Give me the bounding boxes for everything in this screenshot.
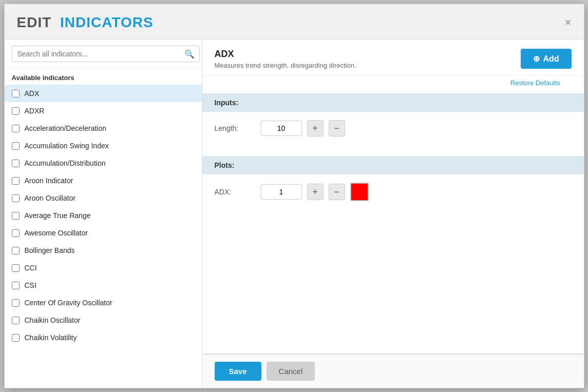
search-container: 🔍	[5, 40, 202, 69]
length-decrement-button[interactable]: −	[329, 120, 345, 136]
indicator-name: Acceleration/Deceleration	[25, 124, 107, 132]
indicator-checkbox[interactable]	[12, 177, 20, 185]
list-item[interactable]: ADXR	[5, 102, 202, 120]
indicator-checkbox[interactable]	[12, 317, 20, 324]
indicator-checkbox[interactable]	[12, 264, 20, 272]
list-item[interactable]: Aroon Indicator	[5, 172, 202, 189]
list-item[interactable]: Awesome Oscillator	[5, 224, 202, 242]
title-edit: EDIT	[17, 14, 52, 30]
title-indicators: INDICATORS	[60, 14, 154, 30]
indicator-name: ADX	[25, 89, 40, 97]
indicator-name: ADXR	[25, 107, 45, 115]
search-input[interactable]	[12, 46, 200, 62]
indicator-name: Aroon Oscillator	[25, 194, 76, 202]
search-icon: 🔍	[184, 50, 195, 58]
indicator-checkbox[interactable]	[12, 107, 20, 115]
inputs-section-header: Inputs:	[202, 93, 584, 112]
list-item[interactable]: Chaikin Oscillator	[5, 311, 202, 329]
plots-section-header: Plots:	[202, 156, 584, 174]
indicator-desc: Measures trend strength, disregarding di…	[215, 62, 356, 69]
adx-field-row: ADX: + −	[215, 183, 572, 201]
modal-body: 🔍 Available indicators ADXADXRAccelerati…	[5, 40, 584, 388]
left-panel: 🔍 Available indicators ADXADXRAccelerati…	[5, 40, 202, 388]
list-item[interactable]: Chaikin Volatility	[5, 329, 202, 346]
available-label: Available indicators	[5, 69, 202, 85]
adx-color-swatch[interactable]	[350, 183, 369, 201]
right-panel: ADX Measures trend strength, disregardin…	[202, 40, 584, 388]
right-content: Inputs: Length: + − Plots: ADX: +	[202, 88, 584, 354]
plots-section-content: ADX: + −	[202, 174, 584, 215]
indicator-name: Center Of Gravity Oscillator	[25, 299, 112, 307]
close-button[interactable]: ×	[565, 17, 572, 28]
indicator-name: CCI	[25, 264, 37, 272]
right-header: ADX Measures trend strength, disregardin…	[202, 40, 584, 76]
indicator-checkbox[interactable]	[12, 90, 20, 97]
indicator-checkbox[interactable]	[12, 125, 20, 132]
indicator-name: Aroon Indicator	[25, 177, 73, 185]
list-item[interactable]: Accumulation/Distribution	[5, 154, 202, 172]
indicator-name: CSI	[25, 281, 36, 289]
indicator-checkbox[interactable]	[12, 194, 20, 202]
list-item[interactable]: Aroon Oscillator	[5, 189, 202, 207]
length-label: Length:	[215, 124, 256, 132]
adx-decrement-button[interactable]: −	[329, 184, 345, 200]
indicators-list: ADXADXRAcceleration/DecelerationAccumula…	[5, 85, 202, 388]
modal-header: EDIT INDICATORS ×	[5, 4, 584, 40]
indicator-checkbox[interactable]	[12, 142, 20, 150]
save-button[interactable]: Save	[215, 362, 261, 381]
indicator-name: Awesome Oscillator	[25, 229, 88, 237]
modal-title: EDIT INDICATORS	[17, 14, 154, 31]
cancel-button[interactable]: Cancel	[267, 362, 315, 381]
adx-label: ADX:	[215, 188, 256, 196]
list-item[interactable]: ADX	[5, 85, 202, 102]
indicator-name: Chaikin Oscillator	[25, 316, 81, 324]
indicator-checkbox[interactable]	[12, 282, 20, 289]
list-item[interactable]: Accumulation Swing Index	[5, 137, 202, 154]
indicator-checkbox[interactable]	[12, 229, 20, 237]
indicator-checkbox[interactable]	[12, 160, 20, 167]
length-field-row: Length: + −	[215, 120, 572, 136]
indicator-name: Average True Range	[25, 211, 91, 220]
indicator-name: Accumulation Swing Index	[25, 142, 109, 150]
indicator-checkbox[interactable]	[12, 247, 20, 254]
restore-defaults-link[interactable]: Restore Defaults	[510, 76, 573, 87]
list-item[interactable]: Center Of Gravity Oscillator	[5, 294, 202, 311]
edit-indicators-modal: EDIT INDICATORS × 🔍 Available indicators…	[4, 4, 584, 388]
indicator-name: Accumulation/Distribution	[25, 159, 106, 167]
indicator-name: Bollinger Bands	[25, 246, 75, 254]
modal-footer: Save Cancel	[202, 354, 584, 388]
list-item[interactable]: CCI	[5, 259, 202, 277]
inputs-section-content: Length: + −	[202, 112, 584, 151]
list-item[interactable]: CSI	[5, 277, 202, 294]
indicator-checkbox[interactable]	[12, 212, 20, 220]
length-increment-button[interactable]: +	[307, 120, 324, 136]
list-item[interactable]: Bollinger Bands	[5, 242, 202, 259]
length-input[interactable]	[261, 121, 302, 136]
indicator-title: ADX	[215, 49, 356, 60]
add-icon: ⊕	[533, 54, 540, 64]
indicator-checkbox[interactable]	[12, 299, 20, 307]
indicator-name: Chaikin Volatility	[25, 334, 77, 342]
add-button[interactable]: ⊕ Add	[521, 49, 571, 69]
indicator-info: ADX Measures trend strength, disregardin…	[215, 49, 356, 69]
adx-increment-button[interactable]: +	[307, 184, 324, 200]
list-item[interactable]: Average True Range	[5, 207, 202, 224]
indicator-checkbox[interactable]	[12, 334, 20, 342]
search-icon-button[interactable]: 🔍	[184, 49, 195, 59]
list-item[interactable]: Acceleration/Deceleration	[5, 120, 202, 137]
add-button-label: Add	[543, 54, 559, 64]
adx-input[interactable]	[261, 184, 302, 200]
